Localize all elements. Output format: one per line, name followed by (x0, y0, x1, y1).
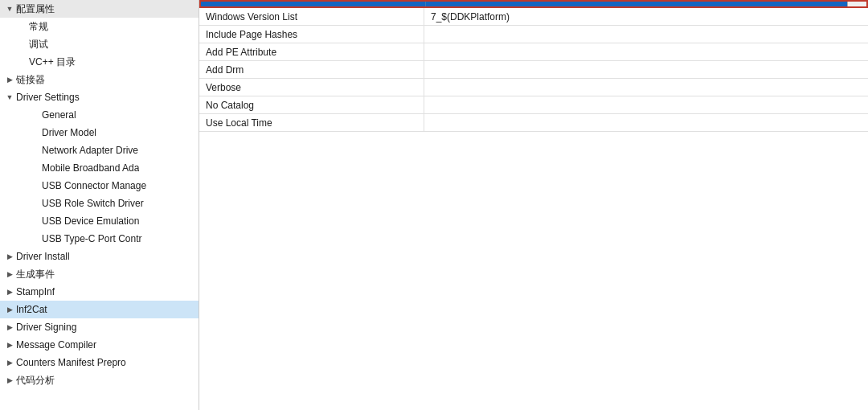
prop-value (424, 96, 868, 113)
property-row[interactable]: No Catalog (199, 96, 868, 114)
sidebar-label-ds-general: General (42, 109, 76, 121)
tree-arrow-code-analysis (3, 376, 16, 384)
sidebar-label-build-events: 生成事件 (16, 268, 55, 281)
tree-arrow-message-compiler (3, 341, 16, 349)
sidebar: 配置属性常规调试VC++ 目录链接器Driver SettingsGeneral… (0, 0, 199, 410)
sidebar-item-linker[interactable]: 链接器 (0, 71, 199, 88)
tree-arrow-inf2cat (3, 305, 16, 314)
property-row[interactable]: Verbose (199, 79, 868, 96)
sidebar-item-stampinf[interactable]: StampInf (0, 283, 199, 301)
sidebar-label-network-adapter: Network Adapter Drive (42, 145, 138, 156)
sidebar-label-inf2cat: Inf2Cat (16, 304, 47, 315)
sidebar-item-mobile-broadband[interactable]: Mobile Broadband Ada (0, 159, 199, 177)
prop-name: Add Drm (199, 61, 424, 78)
sidebar-item-network-adapter[interactable]: Network Adapter Drive (0, 141, 199, 159)
sidebar-item-driver-install[interactable]: Driver Install (0, 248, 199, 265)
prop-name: Include Page Hashes (199, 26, 424, 43)
sidebar-label-debug: 调试 (29, 38, 48, 51)
tree-arrow-build-events (3, 270, 16, 278)
sidebar-label-message-compiler: Message Compiler (16, 339, 96, 351)
dropdown-button[interactable] (847, 2, 866, 6)
sidebar-item-counters-manifest[interactable]: Counters Manifest Prepro (0, 354, 199, 371)
sidebar-item-config-props[interactable]: 配置属性 (0, 0, 199, 18)
sidebar-label-driver-model: Driver Model (42, 127, 96, 138)
prop-value (424, 79, 868, 96)
sidebar-label-usb-device: USB Device Emulation (42, 215, 139, 227)
sidebar-label-code-analysis: 代码分析 (16, 374, 55, 387)
property-table: Windows Version List7_$(DDKPlatform)Incl… (199, 0, 868, 410)
sidebar-item-driver-settings[interactable]: Driver Settings (0, 88, 199, 106)
prop-name: Use Local Time (199, 114, 424, 131)
sidebar-item-driver-model[interactable]: Driver Model (0, 124, 199, 141)
prop-value (424, 61, 868, 78)
prop-value: 7_$(DDKPlatform) (424, 8, 868, 25)
sidebar-item-general[interactable]: 常规 (0, 18, 199, 35)
prop-value (424, 114, 868, 131)
sidebar-label-mobile-broadband: Mobile Broadband Ada (42, 162, 139, 174)
selected-property-row[interactable] (199, 0, 868, 8)
prop-name: Verbose (199, 79, 424, 96)
prop-name: Add PE Attribute (199, 43, 424, 60)
tree-arrow-driver-install (3, 252, 16, 260)
sidebar-item-usb-typec[interactable]: USB Type-C Port Contr (0, 230, 199, 248)
sidebar-label-usb-connector: USB Connector Manage (42, 180, 146, 191)
tree-arrow-linker (3, 76, 16, 84)
sidebar-label-vcpp-dir: VC++ 目录 (29, 55, 76, 69)
main-content: Windows Version List7_$(DDKPlatform)Incl… (199, 0, 868, 410)
tree-arrow-driver-settings (3, 93, 16, 101)
property-rows: Windows Version List7_$(DDKPlatform)Incl… (199, 8, 868, 132)
sidebar-item-driver-signing[interactable]: Driver Signing (0, 318, 199, 336)
sidebar-item-inf2cat[interactable]: Inf2Cat (0, 301, 199, 318)
prop-name: Windows Version List (199, 8, 424, 25)
sidebar-item-debug[interactable]: 调试 (0, 35, 199, 53)
prop-value (424, 26, 868, 43)
sidebar-label-driver-signing: Driver Signing (16, 322, 76, 333)
sidebar-label-usb-role: USB Role Switch Driver (42, 198, 144, 209)
sidebar-item-code-analysis[interactable]: 代码分析 (0, 371, 199, 389)
tree-arrow-counters-manifest (3, 359, 16, 367)
property-row[interactable]: Add PE Attribute (199, 43, 868, 61)
sidebar-item-build-events[interactable]: 生成事件 (0, 265, 199, 283)
tree-arrow-config-props (3, 5, 16, 13)
sidebar-item-usb-device[interactable]: USB Device Emulation (0, 212, 199, 230)
sidebar-item-usb-connector[interactable]: USB Connector Manage (0, 177, 199, 195)
sidebar-label-counters-manifest: Counters Manifest Prepro (16, 357, 126, 368)
sidebar-label-general: 常规 (29, 20, 48, 34)
tree-arrow-stampinf (3, 288, 16, 296)
sidebar-label-driver-install: Driver Install (16, 251, 70, 262)
sidebar-item-message-compiler[interactable]: Message Compiler (0, 336, 199, 354)
prop-value (424, 43, 868, 60)
property-row[interactable]: Windows Version List7_$(DDKPlatform) (199, 8, 868, 26)
selected-prop-value (426, 2, 847, 6)
sidebar-label-config-props: 配置属性 (16, 2, 55, 16)
sidebar-item-ds-general[interactable]: General (0, 106, 199, 124)
property-row[interactable]: Include Page Hashes (199, 26, 868, 43)
tree-arrow-driver-signing (3, 323, 16, 331)
property-row[interactable]: Add Drm (199, 61, 868, 79)
sidebar-item-vcpp-dir[interactable]: VC++ 目录 (0, 53, 199, 71)
sidebar-label-usb-typec: USB Type-C Port Contr (42, 233, 142, 244)
sidebar-label-linker: 链接器 (16, 73, 45, 87)
sidebar-label-driver-settings: Driver Settings (16, 92, 80, 103)
sidebar-label-stampinf: StampInf (16, 286, 55, 297)
selected-prop-name (201, 2, 426, 6)
sidebar-item-usb-role[interactable]: USB Role Switch Driver (0, 195, 199, 212)
property-row[interactable]: Use Local Time (199, 114, 868, 132)
prop-name: No Catalog (199, 96, 424, 113)
